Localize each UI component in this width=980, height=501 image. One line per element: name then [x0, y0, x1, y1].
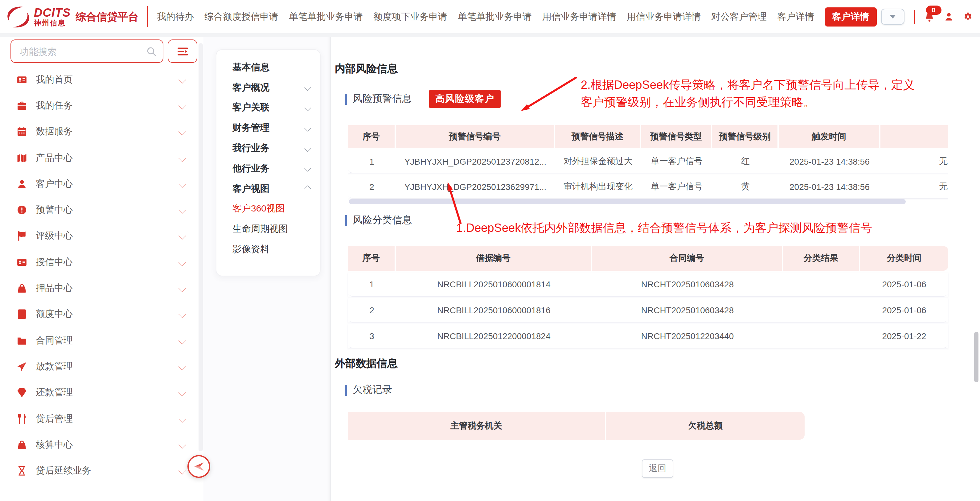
column-header: 触发时间 [779, 125, 880, 148]
sidebar-menu-item[interactable]: 贷后管理 [0, 406, 204, 432]
sidebar-item-label: 贷后延续业务 [36, 465, 180, 477]
top-bar: DCITS 神州信息 综合信贷平台 我的待办 综合额度授信申请 单笔单批业务申请… [0, 0, 980, 33]
sidebar-item-icon [17, 231, 27, 242]
submenu-item[interactable]: 影像资料 [232, 239, 310, 259]
collapse-sidebar-button[interactable] [188, 455, 210, 478]
submenu-item[interactable]: 基本信息 [232, 57, 310, 78]
cell-signal-level: 黄 [712, 175, 779, 199]
sidebar-item-icon [17, 335, 27, 346]
top-nav-tab[interactable]: 用信业务申请详情 [542, 11, 616, 22]
sidebar-item-label: 合同管理 [36, 334, 180, 346]
risk-class-section-header: 风险分类信息 [345, 214, 412, 227]
cell-bill-no: NRCBILL2025010600001814 [396, 272, 592, 297]
notifications-button[interactable]: 0 [924, 11, 934, 22]
risk-warning-table-body: 1 YJBHYJXH_DGP20250123720812... 对外担保金额过大… [348, 150, 948, 199]
sidebar-item-icon [17, 440, 27, 450]
sidebar-menu-item[interactable]: 额度中心 [0, 301, 204, 328]
sidebar-item-icon [17, 387, 27, 398]
submenu-item[interactable]: 客户视图 [232, 179, 310, 199]
sidebar-item-icon [17, 100, 27, 111]
sidebar-item-icon [17, 205, 27, 215]
chevron-icon [304, 124, 311, 132]
top-nav-tab[interactable]: 用信业务申请详情 [627, 11, 701, 22]
cell-trigger-time: 2025-01-23 14:38:56 [779, 175, 880, 199]
top-nav-tab[interactable]: 额度项下业务申请 [373, 11, 447, 22]
sidebar-menu-item[interactable]: 贷后延续业务 [0, 458, 204, 484]
top-nav-tab[interactable]: 客户详情 [825, 7, 877, 26]
submenu-item[interactable]: 生命周期视图 [232, 219, 310, 240]
cell-class-result [783, 272, 860, 297]
submenu-item[interactable]: 财务管理 [232, 118, 310, 138]
cell-class-date: 2025-01-06 [860, 272, 948, 297]
column-header: 预警信号类型 [641, 125, 712, 148]
sidebar-item-icon [17, 74, 27, 85]
submenu-item[interactable]: 客户360视图 [232, 199, 310, 219]
back-button[interactable]: 返回 [642, 460, 673, 478]
brand-logo-subtext: 神州信息 [34, 20, 71, 27]
chevron-icon [304, 185, 311, 192]
workspace-dropdown-button[interactable] [881, 9, 904, 25]
submenu-item-label: 客户360视图 [232, 203, 285, 215]
top-nav-tab[interactable]: 客户详情 [777, 11, 814, 22]
settings-button[interactable] [963, 12, 973, 22]
sidebar-item-label: 数据服务 [36, 126, 180, 137]
left-sidebar: 我的首页 我的任务 数据服务 [0, 37, 204, 501]
search-icon [146, 46, 157, 57]
table-horizontal-scrollbar[interactable] [349, 199, 906, 204]
chevron-down-icon [178, 76, 186, 84]
submenu-item[interactable]: 我行业务 [232, 138, 310, 159]
menu-toggle-button[interactable] [168, 40, 197, 63]
sidebar-menu-item[interactable]: 评级中心 [0, 223, 204, 250]
sidebar-menu-item[interactable]: 产品中心 [0, 145, 204, 171]
cell-signal-type: 单一客户信号 [641, 175, 712, 199]
sidebar-menu-item[interactable]: 放款管理 [0, 354, 204, 380]
sidebar-menu-item[interactable]: 合同管理 [0, 328, 204, 354]
sidebar-menu-item[interactable]: 我的首页 [0, 67, 204, 93]
chevron-down-icon [178, 467, 186, 474]
sidebar-menu-item[interactable]: 核算中心 [0, 432, 204, 458]
sidebar-item-icon [17, 179, 27, 189]
cell-signal-type: 单一客户信号 [641, 150, 712, 173]
sidebar-menu-item[interactable]: 我的任务 [0, 93, 204, 119]
function-search-input[interactable] [11, 46, 163, 56]
chevron-down-icon [178, 441, 186, 449]
chevron-down-icon [178, 128, 186, 136]
top-nav-tab[interactable]: 我的待办 [157, 11, 194, 22]
sidebar-menu-item[interactable]: 预警中心 [0, 197, 204, 223]
submenu-item-label: 我行业务 [232, 142, 269, 154]
top-nav-tab[interactable]: 单笔单批业务申请 [458, 11, 532, 22]
top-nav-tab[interactable]: 对公客户管理 [711, 11, 767, 22]
sidebar-menu-item[interactable]: 授信中心 [0, 249, 204, 275]
top-nav-tab[interactable]: 单笔单批业务申请 [289, 11, 363, 22]
actions-divider [913, 10, 915, 24]
submenu-item[interactable]: 客户概况 [232, 78, 310, 98]
chevron-down-icon [178, 206, 186, 214]
brand-logo-text: DCITS [34, 7, 71, 19]
cell-class-result [783, 324, 860, 348]
user-profile-button[interactable] [943, 12, 953, 22]
page-vertical-scrollbar[interactable] [974, 332, 978, 382]
cell-bill-no: NRCBILL2025010600001816 [396, 299, 592, 323]
submenu-item[interactable]: 他行业务 [232, 159, 310, 179]
sidebar-item-label: 放款管理 [36, 361, 180, 372]
cell-index: 1 [348, 272, 396, 297]
chevron-down-icon [178, 232, 186, 240]
risk-warning-table: 序号预警信号编号预警信号描述预警信号类型预警信号级别触发时间信 1 YJBHYJ… [348, 123, 948, 200]
chevron-down-icon [178, 154, 186, 162]
sidebar-menu-item[interactable]: 还款管理 [0, 380, 204, 406]
sidebar-menu-item[interactable]: 押品中心 [0, 275, 204, 302]
sidebar-item-label: 授信中心 [36, 256, 180, 268]
submenu-item[interactable]: 客户关联 [232, 98, 310, 118]
chevron-icon [304, 145, 311, 152]
sidebar-scrollbar[interactable] [199, 43, 203, 452]
section-bar [345, 385, 347, 396]
table-row: 1 YJBHYJXH_DGP20250123720812... 对外担保金额过大… [348, 150, 948, 173]
cell-signal-level: 红 [712, 150, 779, 173]
sidebar-menu-item[interactable]: 客户中心 [0, 171, 204, 197]
sidebar-item-label: 我的首页 [36, 74, 180, 85]
top-nav-tabs: 我的待办 综合额度授信申请 单笔单批业务申请 额度项下业务申请 单笔单批业务申请… [157, 7, 877, 26]
sidebar-menu-item[interactable]: 数据服务 [0, 119, 204, 145]
top-nav-tab[interactable]: 综合额度授信申请 [204, 11, 278, 22]
app-root: DCITS 神州信息 综合信贷平台 我的待办 综合额度授信申请 单笔单批业务申请… [0, 0, 980, 501]
sidebar-item-icon [17, 257, 27, 267]
